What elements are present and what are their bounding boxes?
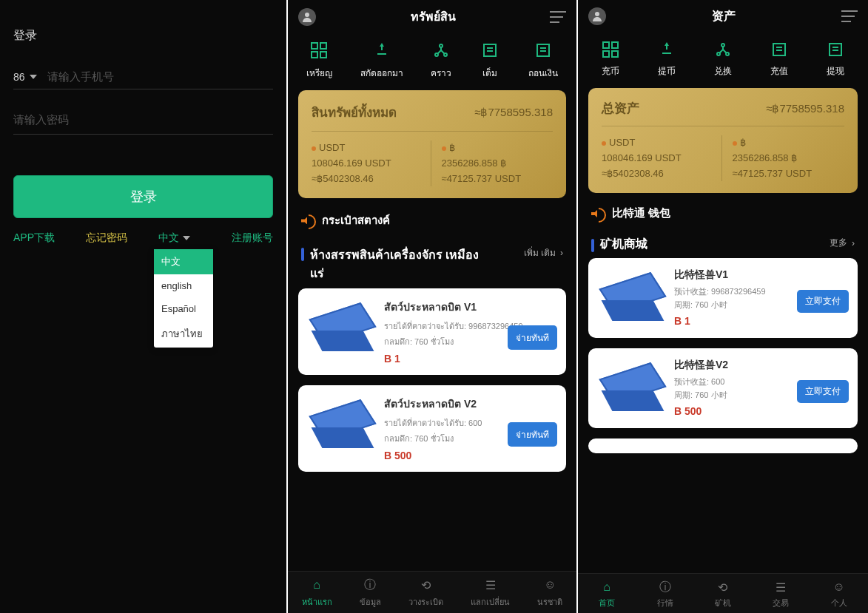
language-dropdown: 中文 english Español ภาษาไทย: [154, 249, 213, 348]
pay-button[interactable]: จ่ายทันที: [508, 325, 557, 350]
accent-bar: [591, 239, 594, 252]
svg-rect-18: [612, 51, 618, 57]
action-coins[interactable]: เหรียญ: [306, 41, 332, 80]
action-exchange[interactable]: 兑换: [713, 40, 733, 78]
user-icon[interactable]: [588, 7, 606, 25]
nav-profile[interactable]: ☺นรชาติ: [537, 578, 562, 609]
svg-rect-1: [312, 43, 317, 49]
svg-rect-17: [603, 51, 609, 57]
list-icon: ☰: [482, 578, 499, 592]
action-row: 充币 提币 兑换 充值 提现: [578, 33, 868, 88]
speaker-icon: [591, 208, 605, 220]
bottom-nav: ⌂首页 ⓘ行情 ⟲矿机 ☰交易 ☺个人: [578, 573, 868, 613]
share-icon: ⟲: [417, 578, 434, 592]
pay-button[interactable]: จ่ายทันที: [508, 422, 557, 447]
menu-icon[interactable]: [841, 10, 858, 22]
action-withdraw[interactable]: ถอนเงิน: [528, 41, 558, 80]
svg-point-19: [721, 44, 724, 47]
app-download-link[interactable]: APP下载: [13, 231, 55, 245]
product-card[interactable]: [588, 438, 858, 453]
nav-miner[interactable]: ⟲矿机: [715, 580, 731, 609]
language-selector[interactable]: 中文 中文 english Español ภาษาไทย: [158, 231, 201, 245]
asset-col-baht: ฿ 2356286.858 ฿ ≈47125.737 USDT: [722, 135, 845, 181]
list-icon: [480, 41, 500, 60]
action-cashout[interactable]: 提现: [825, 40, 846, 78]
action-fill[interactable]: เต็ม: [480, 41, 500, 80]
action-row: เหรียญ สกัดออกมา คราว เต็ม ถอนเงิน: [288, 33, 576, 90]
svg-rect-16: [612, 42, 618, 48]
person-icon: ☺: [542, 578, 558, 592]
assets-panel-th: ทรัพย์สิน เหรียญ สกัดออกมา คราว เต็ม ถอน…: [288, 0, 578, 613]
forgot-password-link[interactable]: 忘记密码: [86, 231, 127, 245]
more-link[interactable]: 更多›: [830, 237, 855, 249]
list-icon: [533, 41, 554, 60]
nav-exchange[interactable]: ☰แลกเปลี่ยน: [471, 578, 510, 609]
info-icon: ⓘ: [362, 578, 378, 592]
more-link[interactable]: เพิ่ม เติม›: [524, 245, 563, 260]
password-input[interactable]: [13, 113, 154, 126]
nav-mine[interactable]: ⟲วางระเบิด: [408, 578, 443, 609]
action-extract[interactable]: สกัดออกมา: [360, 41, 403, 80]
nav-info[interactable]: ⓘข้อมูล: [360, 578, 381, 609]
product-card[interactable]: สัตว์ประหลาดบิต V1 รายได้ที่คาดว่าจะได้ร…: [298, 288, 566, 375]
chevron-down-icon: [183, 236, 190, 240]
asset-card: 总资产 ≈฿7758595.318 USDT 108046.169 USDT ≈…: [588, 88, 858, 193]
topbar: 资产: [578, 0, 868, 33]
asset-title: สินทรัพย์ทั้งหมด: [312, 102, 397, 122]
share-icon: ⟲: [715, 580, 731, 595]
chevron-right-icon: ›: [852, 238, 855, 248]
login-title: 登录: [13, 28, 273, 44]
nodes-icon: [713, 40, 733, 59]
action-recharge[interactable]: 充值: [769, 40, 790, 78]
product-card[interactable]: 比特怪兽V1 预计收益: 996873296459 周期: 760 小时 B 1…: [588, 258, 858, 338]
nav-home[interactable]: ⌂首页: [599, 580, 615, 609]
phone-input[interactable]: [47, 70, 273, 83]
product-image: [309, 396, 375, 455]
login-panel: 登录 86 登录 APP下载 忘记密码 中文 中文 english Españo…: [0, 0, 288, 613]
section-header: ห้างสรรพสินค้าเครื่องจักร เหมืองแร่ เพิ่…: [288, 235, 576, 288]
lang-option[interactable]: ภาษาไทย: [154, 320, 213, 348]
home-icon: ⌂: [599, 580, 615, 595]
register-link[interactable]: 注册账号: [232, 231, 273, 245]
pay-button[interactable]: 立即支付: [797, 380, 849, 403]
user-icon[interactable]: [298, 8, 316, 26]
lang-option[interactable]: Español: [154, 297, 213, 320]
svg-point-0: [305, 13, 309, 17]
nodes-icon: [431, 41, 451, 60]
svg-rect-3: [312, 52, 317, 58]
nav-home[interactable]: ⌂หน้าแรก: [302, 578, 332, 609]
pay-button[interactable]: 立即支付: [797, 290, 849, 313]
action-deposit-coin[interactable]: 充币: [600, 40, 621, 78]
page-title: ทรัพย์สิน: [411, 7, 456, 26]
country-code[interactable]: 86: [13, 71, 25, 83]
chevron-down-icon[interactable]: [30, 75, 37, 79]
lang-option[interactable]: english: [154, 274, 213, 297]
asset-col-baht: ฿ 2356286.858 ฿ ≈47125.737 USDT: [431, 140, 554, 186]
menu-icon[interactable]: [550, 11, 566, 23]
action-time[interactable]: คราว: [431, 41, 451, 80]
hand-icon: [371, 41, 392, 60]
nav-profile[interactable]: ☺个人: [831, 580, 847, 609]
hand-icon: [656, 40, 677, 59]
product-card[interactable]: 比特怪兽V2 预计收益: 600 周期: 760 小时 B 500 立即支付: [588, 348, 858, 428]
accent-bar: [301, 248, 304, 261]
nav-market[interactable]: ⓘ行情: [657, 580, 673, 609]
phone-row: 86: [13, 64, 273, 89]
product-image: [309, 299, 375, 358]
list-icon: ☰: [773, 580, 789, 595]
page-title: 资产: [712, 9, 736, 24]
speaker-icon: [301, 214, 314, 226]
product-card[interactable]: สัตว์ประหลาดบิต V2 รายได้ที่คาดว่าจะได้ร…: [298, 385, 566, 472]
list-icon: [769, 40, 790, 59]
section-header: 矿机商城 更多›: [578, 226, 868, 258]
login-button[interactable]: 登录: [13, 175, 273, 218]
qr-icon: [600, 40, 621, 59]
lang-option[interactable]: 中文: [154, 249, 213, 274]
nav-trade[interactable]: ☰交易: [773, 580, 789, 609]
info-icon: ⓘ: [657, 580, 673, 595]
chevron-right-icon: ›: [560, 248, 563, 258]
svg-point-5: [440, 44, 443, 47]
action-withdraw-coin[interactable]: 提币: [656, 40, 677, 78]
asset-total: ≈฿7758595.318: [474, 106, 553, 119]
list-icon: [825, 40, 846, 59]
